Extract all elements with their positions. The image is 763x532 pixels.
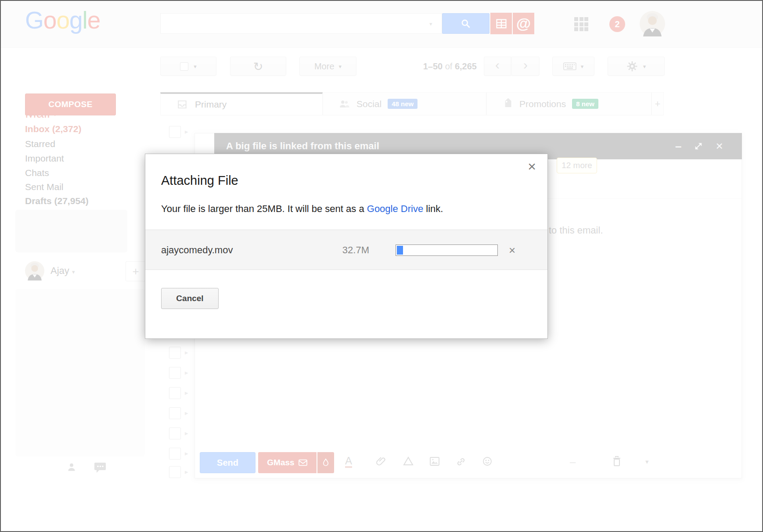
message-prefix: Your file is larger than 25MB. It will b…	[161, 203, 367, 214]
remove-file-icon[interactable]: ×	[509, 230, 515, 270]
cancel-button[interactable]: Cancel	[161, 288, 219, 309]
file-size: 32.7M	[317, 230, 369, 270]
upload-progress-fill	[397, 246, 403, 255]
dialog-close-icon[interactable]: ×	[528, 159, 536, 173]
gmail-window: Google ▾ @ 2 Mail▾	[0, 0, 763, 532]
dialog-message: Your file is larger than 25MB. It will b…	[161, 203, 443, 215]
attaching-file-dialog: × Attaching File Your file is larger tha…	[145, 154, 548, 339]
upload-file-row: ajaycomedy.mov 32.7M ×	[145, 230, 547, 270]
file-name: ajaycomedy.mov	[161, 230, 233, 270]
upload-progress-bar	[396, 244, 498, 256]
google-drive-link[interactable]: Google Drive	[367, 203, 423, 214]
dialog-title: Attaching File	[161, 173, 238, 188]
message-suffix: link.	[423, 203, 443, 214]
